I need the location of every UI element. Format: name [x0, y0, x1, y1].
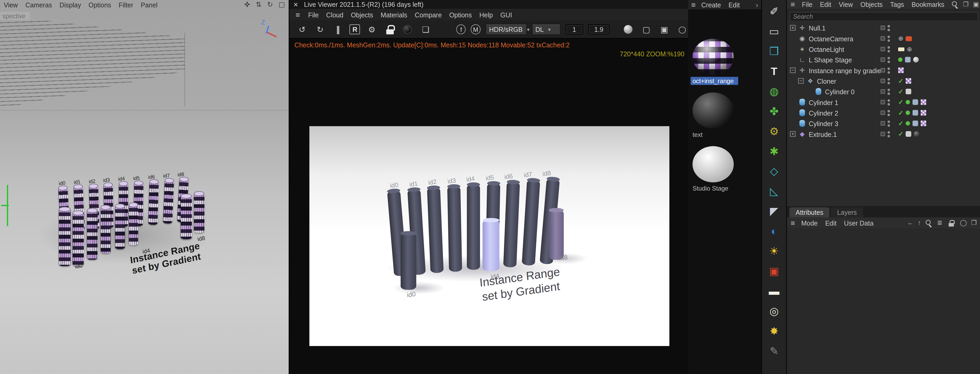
tree-row[interactable]: Cylinder 3: [787, 118, 980, 129]
camera-lock-icon[interactable]: [658, 23, 671, 35]
collapse-icon[interactable]: −: [790, 67, 795, 73]
lv-menu-item-file[interactable]: File: [308, 11, 319, 18]
region-render-icon[interactable]: [419, 23, 432, 35]
expand-icon[interactable]: +: [790, 25, 795, 30]
layer-color-chip[interactable]: [881, 57, 885, 62]
film-settings-button[interactable]: f: [457, 24, 466, 35]
visibility-dot[interactable]: [888, 89, 890, 91]
arealight-panel-icon[interactable]: [762, 281, 787, 301]
plant-icon[interactable]: [762, 101, 787, 121]
tree-row[interactable]: OctaneCamera: [787, 33, 980, 44]
texture-panel-icon[interactable]: [640, 23, 652, 35]
perspective-viewport[interactable]: id0id1id2id3id4id5id6id7id8id8id4id0 Ins…: [0, 0, 289, 374]
layer-color-chip[interactable]: [881, 25, 885, 30]
pause-icon[interactable]: [332, 23, 345, 35]
taggray-tag[interactable]: [906, 89, 912, 94]
om-menu-item-file[interactable]: File: [802, 0, 813, 8]
visibility-cluster[interactable]: [881, 89, 894, 95]
visibility-dots[interactable]: [888, 109, 890, 116]
target-light-icon[interactable]: [762, 301, 787, 321]
layer-color-chip[interactable]: [881, 47, 885, 51]
textag-tag[interactable]: [898, 67, 904, 73]
dotgreen-tag[interactable]: [898, 57, 902, 62]
colorspace-dropdown[interactable]: HDR/sRGB: [485, 24, 527, 35]
dotgreen-tag[interactable]: [906, 100, 910, 105]
up-arrow-icon[interactable]: [918, 220, 921, 226]
search-small-icon[interactable]: [925, 219, 932, 227]
material-preview-sphere[interactable]: [692, 92, 734, 129]
tree-row[interactable]: Cylinder 2: [787, 108, 980, 118]
text-tool-icon[interactable]: [762, 61, 787, 81]
tree-row[interactable]: −Cloner: [787, 76, 980, 86]
tagblue-tag[interactable]: [913, 99, 918, 105]
visibility-dot[interactable]: [888, 71, 890, 73]
attributes-menu-item-mode[interactable]: Mode: [801, 219, 818, 227]
object-label[interactable]: Cloner: [817, 77, 836, 84]
viewport-menu-item-panel[interactable]: Panel: [141, 1, 158, 8]
visibility-dot[interactable]: [888, 67, 890, 70]
visibility-dots[interactable]: [888, 57, 890, 63]
layer-color-chip[interactable]: [881, 68, 885, 73]
check-tag[interactable]: [898, 120, 904, 127]
lv-menu-item-objects[interactable]: Objects: [351, 11, 373, 18]
visibility-dot[interactable]: [888, 50, 890, 52]
object-label[interactable]: L Shape Stage: [809, 56, 852, 63]
refresh-icon[interactable]: [314, 23, 326, 35]
om-menu-item-bookmarks[interactable]: Bookmarks: [912, 0, 945, 8]
material-label[interactable]: text: [690, 130, 738, 139]
object-label[interactable]: Extrude.1: [809, 130, 837, 138]
visibility-cluster[interactable]: [881, 67, 894, 73]
lv-menu-item-materials[interactable]: Materials: [380, 11, 407, 18]
visibility-cluster[interactable]: [881, 25, 894, 31]
visibility-cluster[interactable]: [881, 109, 894, 116]
lv-menu-item-options[interactable]: Options: [449, 11, 472, 18]
pan-icon[interactable]: [244, 1, 250, 8]
tree-row[interactable]: +Null.1: [787, 22, 980, 33]
preview-ball-icon[interactable]: [622, 23, 635, 35]
layer-color-chip[interactable]: [881, 132, 885, 136]
om-menu-item-tags[interactable]: Tags: [890, 0, 904, 8]
visibility-dots[interactable]: [888, 35, 890, 41]
gamma-field[interactable]: 1.9: [588, 24, 609, 35]
visibility-dot[interactable]: [888, 82, 890, 84]
visibility-dots[interactable]: [888, 131, 890, 137]
attributes-hamburger-icon[interactable]: [791, 219, 795, 227]
tree-row[interactable]: −Instance range by gradient: [787, 65, 980, 76]
tagblue-tag[interactable]: [905, 57, 910, 62]
visibility-dot[interactable]: [888, 99, 890, 101]
layer-color-chip[interactable]: [881, 111, 885, 115]
attributes-menu-item-user-data[interactable]: User Data: [844, 219, 873, 227]
textag-tag[interactable]: [921, 110, 926, 116]
materials-hamburger-icon[interactable]: [691, 0, 696, 9]
spherelight-tag[interactable]: [913, 57, 919, 62]
dotgreen-tag[interactable]: [906, 121, 910, 125]
visibility-dot[interactable]: [888, 35, 890, 38]
visibility-dot[interactable]: [888, 135, 890, 137]
textag-tag[interactable]: [921, 99, 926, 105]
om-menu-item-edit[interactable]: Edit: [820, 0, 831, 8]
check-tag[interactable]: [898, 88, 904, 95]
visibility-dot[interactable]: [888, 109, 890, 112]
viewport-menu-item-options[interactable]: Options: [89, 1, 111, 8]
material-label[interactable]: Studio Stage: [690, 184, 738, 192]
visibility-cluster[interactable]: [881, 99, 894, 105]
ies-starburst-icon[interactable]: [762, 321, 787, 341]
split-sphere-icon[interactable]: [762, 221, 787, 241]
visibility-dot[interactable]: [888, 124, 890, 126]
material-item[interactable]: text: [690, 92, 738, 139]
visibility-cluster[interactable]: [881, 57, 894, 63]
panel-icon[interactable]: [963, 1, 969, 8]
object-label[interactable]: Instance range by gradient: [809, 67, 881, 74]
collapse-icon[interactable]: −: [798, 78, 803, 84]
visibility-dot[interactable]: [888, 103, 890, 105]
viewport-menu-item-display[interactable]: Display: [59, 1, 81, 8]
settings-gear-icon[interactable]: [365, 23, 378, 35]
visibility-dots[interactable]: [888, 78, 890, 84]
circle-small-icon[interactable]: [960, 220, 967, 226]
object-label[interactable]: Cylinder 1: [809, 98, 838, 106]
attributes-menu-item-edit[interactable]: Edit: [825, 219, 837, 227]
layout-icon[interactable]: [973, 1, 979, 8]
textag-tag[interactable]: [921, 120, 926, 126]
taggray-tag[interactable]: [906, 131, 912, 136]
camtag-tag[interactable]: [906, 36, 912, 41]
